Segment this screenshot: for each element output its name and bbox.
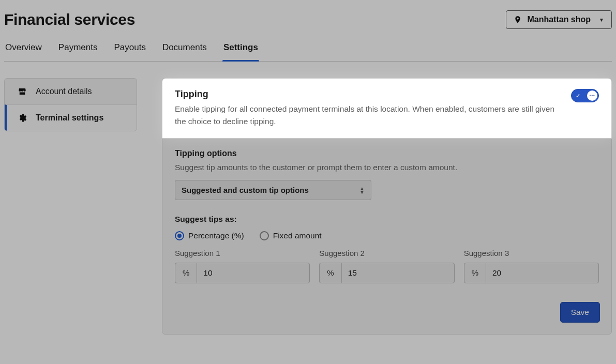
suggestion-label: Suggestion 1: [175, 249, 310, 257]
radio-icon: [175, 231, 184, 240]
radio-percentage-[interactable]: Percentage (%): [175, 231, 244, 240]
tipping-options-desc: Suggest tip amounts to the customer or p…: [175, 161, 599, 174]
check-icon: ✓: [576, 93, 580, 99]
tabs: OverviewPaymentsPayoutsDocumentsSettings: [4, 38, 612, 62]
radio-fixed-amount[interactable]: Fixed amount: [260, 231, 322, 240]
suggestion-label: Suggestion 3: [464, 249, 599, 257]
tab-settings[interactable]: Settings: [222, 38, 259, 61]
percent-prefix: %: [320, 263, 341, 283]
save-button[interactable]: Save: [560, 302, 600, 323]
radio-label: Percentage (%): [188, 231, 244, 240]
percent-prefix: %: [175, 263, 197, 283]
tab-payments[interactable]: Payments: [57, 38, 99, 61]
radio-label: Fixed amount: [273, 231, 322, 240]
suggestion-3: Suggestion 3%: [464, 249, 599, 283]
sidebar-item-label: Terminal settings: [36, 113, 103, 123]
settings-sidebar: Account detailsTerminal settings: [4, 78, 137, 131]
updown-icon: ▲▼: [359, 187, 365, 194]
tipping-desc: Enable tipping for all connected payment…: [175, 103, 559, 128]
gear-icon: [17, 113, 27, 123]
tipping-toggle[interactable]: ✓ •••: [571, 89, 599, 102]
suggestion-2: Suggestion 2%: [319, 249, 454, 283]
suggestion-label: Suggestion 2: [319, 249, 454, 257]
store-icon: [17, 87, 27, 96]
suggestion-input-3[interactable]: [486, 263, 598, 283]
tipping-section: Tipping Enable tipping for all connected…: [162, 79, 611, 138]
settings-panel: Tipping Enable tipping for all connected…: [162, 78, 612, 335]
tab-payouts[interactable]: Payouts: [113, 38, 146, 61]
suggestion-input-1[interactable]: [197, 263, 309, 283]
tipping-title: Tipping: [175, 89, 559, 100]
map-pin-icon: [514, 15, 522, 24]
tab-documents[interactable]: Documents: [161, 38, 208, 61]
tab-overview[interactable]: Overview: [4, 38, 43, 61]
caret-down-icon: ▼: [599, 17, 604, 23]
sidebar-item-terminal-settings[interactable]: Terminal settings: [5, 104, 137, 131]
sidebar-item-label: Account details: [36, 87, 92, 96]
select-value: Suggested and custom tip options: [182, 186, 309, 194]
radio-icon: [260, 231, 269, 240]
percent-prefix: %: [464, 263, 486, 283]
toggle-knob: •••: [587, 90, 597, 101]
panel-footer: Save: [162, 294, 611, 334]
suggestion-input-2[interactable]: [342, 263, 454, 283]
location-label: Manhattan shop: [527, 15, 591, 24]
tipping-options-select[interactable]: Suggested and custom tip options ▲▼: [175, 180, 371, 200]
location-picker[interactable]: Manhattan shop ▼: [506, 10, 612, 29]
tipping-options-title: Tipping options: [175, 149, 599, 158]
page-title: Financial services: [4, 11, 135, 28]
tipping-options-section: Tipping options Suggest tip amounts to t…: [162, 138, 611, 294]
suggestion-1: Suggestion 1%: [175, 249, 310, 283]
suggest-as-label: Suggest tips as:: [175, 215, 599, 224]
sidebar-item-account-details[interactable]: Account details: [5, 79, 137, 104]
